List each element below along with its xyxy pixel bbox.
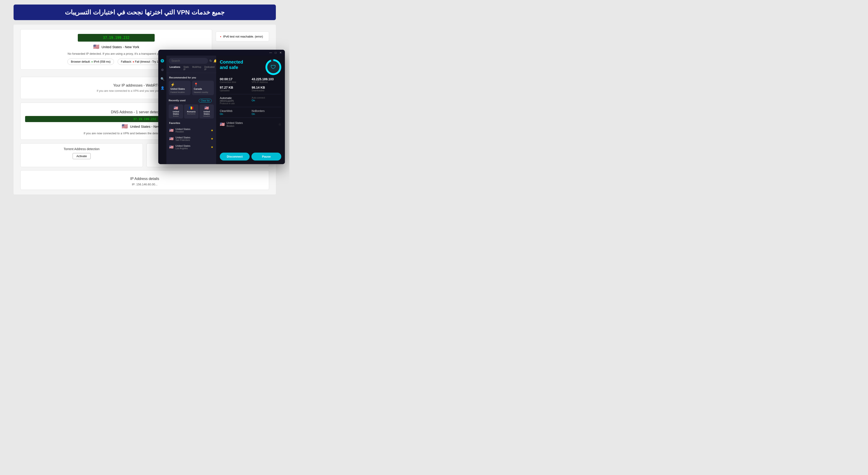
rec-ca-type: Nearest country bbox=[194, 91, 208, 93]
disconnect-button[interactable]: Disconnect bbox=[220, 153, 250, 160]
noborders-feature: NoBorders On bbox=[252, 109, 281, 115]
vpn-panel: — □ ✕ ⚙ 🔍 👤 ↻ 🔔 Location bbox=[158, 50, 285, 164]
tab-static-ip[interactable]: Static IP bbox=[182, 65, 190, 71]
recent-us-boston[interactable]: 🇺🇸 United States Boston bbox=[169, 104, 183, 119]
maximize-button[interactable]: □ bbox=[274, 51, 277, 54]
divider-2 bbox=[220, 107, 281, 107]
ip-location: 🇺🇸 United States - New York bbox=[25, 44, 207, 50]
auto-connect-stat: Auto-connect On bbox=[252, 97, 281, 105]
lightning-icon: ⚡ bbox=[170, 83, 175, 87]
vpn-ip-stat: 43.225.189.103 VPN IP Address bbox=[252, 77, 281, 84]
fav-star-2[interactable]: ★ bbox=[211, 146, 213, 149]
fav-us-losangeles[interactable]: 🇺🇸 United States Los Angeles ★ bbox=[166, 143, 216, 151]
fav-us-houston[interactable]: 🇺🇸 United States Houston ★ bbox=[166, 126, 216, 134]
torrent-activate-button[interactable]: Activate bbox=[72, 153, 91, 159]
vpn-connected-panel: Connected and safe 🛡 00:00:17 Connection… bbox=[216, 56, 285, 164]
fav-flag-2: 🇺🇸 bbox=[169, 145, 174, 149]
dns-flag: 🇺🇸 bbox=[122, 123, 128, 129]
recent-city-0: Boston bbox=[170, 115, 182, 117]
recommended-us-fastest[interactable]: ⚡ United States Fastest location bbox=[169, 81, 191, 95]
recommended-canada-nearest[interactable]: 📍 Canada Nearest country bbox=[192, 81, 214, 95]
fav-city-0: Houston bbox=[176, 130, 209, 133]
fallback-badge: Fallback: ● Fail (timeout - Try 1/3) bbox=[118, 59, 165, 65]
recently-used-grid: 🇺🇸 United States Boston 🇷🇴 Romania Bucha… bbox=[166, 103, 216, 120]
connected-info: United States Boston bbox=[226, 121, 277, 127]
arabic-banner: جميع خدمات VPN التي اخترتها نجحت في اختب… bbox=[13, 4, 276, 20]
connected-title: Connected bbox=[220, 59, 243, 65]
vpn-sidebar-icons: ⚙ 🔍 👤 bbox=[158, 56, 166, 164]
connected-location-star[interactable]: ☆ bbox=[278, 123, 281, 126]
vpn-titlebar: — □ ✕ bbox=[158, 50, 285, 56]
tab-dedicated-ip[interactable]: Dedicated IP bbox=[203, 65, 216, 71]
protocol-label: Protocol in use bbox=[220, 102, 249, 105]
fav-country-0: United States bbox=[176, 128, 209, 130]
uploaded-label: Uploaded bbox=[220, 89, 249, 92]
fav-us-sanfrancisco[interactable]: 🇺🇸 United States San Francisco ★ bbox=[166, 134, 216, 143]
recommended-grid: ⚡ United States Fastest location 📍 Canad… bbox=[166, 80, 216, 97]
recent-country-2: United States bbox=[201, 110, 213, 115]
fav-info-2: United States Los Angeles bbox=[176, 145, 209, 150]
fav-city-2: Los Angeles bbox=[176, 147, 209, 150]
minimize-button[interactable]: — bbox=[269, 51, 272, 54]
clear-list-button[interactable]: Clear list bbox=[199, 99, 212, 103]
recent-us-houston[interactable]: 🇺🇸 United States Houston bbox=[199, 104, 214, 119]
search-sidebar-icon[interactable]: 🔍 bbox=[160, 76, 165, 82]
favorites-section: 🇺🇸 United States Houston ★ 🇺🇸 United Sta… bbox=[166, 125, 216, 152]
pin-icon: 📍 bbox=[194, 83, 198, 87]
connected-location: 🇺🇸 United States Boston ☆ bbox=[220, 120, 281, 129]
refresh-icon[interactable]: ↻ bbox=[209, 59, 212, 63]
divider-1 bbox=[220, 94, 281, 94]
vpn-ip-label: VPN IP Address bbox=[252, 81, 281, 84]
ip-details-value: IP: 156.146.60.00... bbox=[24, 183, 265, 186]
protocol-sub: (WireGuard®) bbox=[220, 100, 249, 102]
settings-icon[interactable]: ⚙ bbox=[160, 67, 165, 72]
connected-subtitle: and safe bbox=[220, 65, 243, 70]
recent-city-2: Houston bbox=[201, 115, 213, 117]
fav-flag-1: 🇺🇸 bbox=[169, 136, 174, 141]
cleanweb-name: CleanWeb bbox=[220, 109, 249, 113]
vpn-ip-value: 43.225.189.103 bbox=[252, 77, 281, 81]
downloaded-stat: 98.14 KB Downloaded bbox=[252, 86, 281, 92]
auto-connect-status: On bbox=[252, 99, 281, 102]
close-button[interactable]: ✕ bbox=[279, 51, 282, 54]
tab-multihop[interactable]: MultiHop bbox=[191, 65, 203, 71]
action-buttons: Disconnect Pause bbox=[220, 153, 281, 160]
fav-info-0: United States Houston bbox=[176, 128, 209, 133]
downloaded-label: Downloaded bbox=[252, 89, 281, 92]
protocol-grid: Automatic (WireGuard®) Protocol in use A… bbox=[220, 97, 281, 105]
recent-romania-bucharest[interactable]: 🇷🇴 Romania Bucharest bbox=[184, 104, 198, 119]
protocol-stat: Automatic (WireGuard®) Protocol in use bbox=[220, 97, 249, 105]
protocol-value: Automatic bbox=[220, 97, 249, 100]
search-input[interactable] bbox=[169, 58, 208, 64]
connection-time-value: 00:00:17 bbox=[220, 77, 249, 81]
vpn-body: ⚙ 🔍 👤 ↻ 🔔 Locations Static IP MultiHop D… bbox=[158, 56, 285, 164]
fav-star-1[interactable]: ★ bbox=[211, 137, 213, 140]
ip-details-title: IP Address details bbox=[24, 177, 265, 181]
connected-city: Boston bbox=[226, 125, 277, 127]
ro-flag-recent-1: 🇷🇴 bbox=[185, 106, 197, 110]
us-flag-recent-0: 🇺🇸 bbox=[170, 106, 182, 110]
connected-header: Connected and safe 🛡 bbox=[220, 59, 281, 75]
connected-country: United States bbox=[226, 121, 277, 125]
noborders-name: NoBorders bbox=[252, 109, 281, 113]
recently-used-title: Recently used bbox=[169, 99, 199, 102]
auto-connect-label: Auto-connect bbox=[252, 97, 281, 99]
user-icon[interactable]: 👤 bbox=[160, 86, 165, 90]
tab-locations[interactable]: Locations bbox=[168, 65, 182, 71]
fav-flag-0: 🇺🇸 bbox=[169, 128, 174, 132]
shield-icon: 🛡 bbox=[271, 64, 276, 70]
fav-info-1: United States San Francisco bbox=[176, 136, 209, 141]
recent-city-1: Bucharest bbox=[185, 113, 197, 115]
fav-star-0[interactable]: ★ bbox=[211, 129, 213, 132]
locations-list: Recommended for you ⚡ United States Fast… bbox=[166, 73, 216, 164]
divider-3 bbox=[220, 118, 281, 118]
fav-country-2: United States bbox=[176, 145, 209, 147]
connection-time-label: Connection time bbox=[220, 81, 249, 84]
fav-country-1: United States bbox=[176, 136, 209, 139]
pause-button[interactable]: Pause bbox=[251, 153, 281, 160]
cleanweb-status: On bbox=[220, 113, 249, 115]
browser-default-badge: Browser default: ● IPv4 (558 ms) bbox=[67, 59, 114, 65]
rec-us-type: Fastest location bbox=[170, 91, 185, 93]
connected-flag: 🇺🇸 bbox=[220, 122, 225, 127]
search-bar: ↻ 🔔 bbox=[166, 56, 216, 65]
